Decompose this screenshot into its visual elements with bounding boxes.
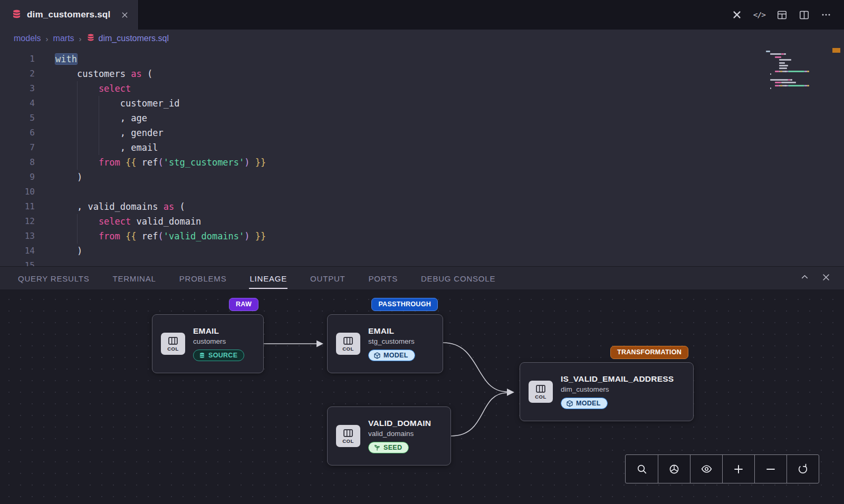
panel-tab-query-results[interactable]: QUERY RESULTS: [17, 268, 90, 289]
code-token: from: [99, 231, 120, 241]
panel-tab-strip: QUERY RESULTS TERMINAL PROBLEMS LINEAGE …: [0, 266, 844, 289]
indent-guide: [77, 96, 99, 111]
node-title: EMAIL: [193, 326, 244, 336]
more-actions-icon[interactable]: [821, 9, 831, 20]
breadcrumb-item-file[interactable]: dim_customers.sql: [87, 33, 169, 44]
badge-label: MODEL: [383, 352, 408, 359]
minimap-line: [766, 76, 823, 78]
lineage-node-customers-email[interactable]: RAW COL EMAIL customers SOURCE: [152, 314, 264, 373]
indent-guide: [55, 111, 77, 125]
line-content: ): [55, 170, 82, 185]
zoom-out-button[interactable]: [754, 455, 787, 483]
minimap-token: [775, 56, 782, 58]
node-subtitle: customers: [193, 337, 244, 345]
database-icon: [199, 352, 205, 358]
editor-tab[interactable]: dim_customers.sql: [0, 0, 139, 30]
code-token: }}: [255, 157, 266, 168]
code-token: select: [99, 216, 131, 227]
code-line: 1with: [0, 52, 844, 66]
minimap-token: [784, 85, 787, 86]
indent-guide: [55, 214, 77, 229]
chevron-up-icon[interactable]: [800, 273, 809, 284]
column-icon: COL: [529, 381, 553, 403]
code-token: [250, 231, 255, 241]
badge-model: MODEL: [368, 350, 415, 361]
panel-tab-problems[interactable]: PROBLEMS: [179, 268, 227, 289]
code-token: [137, 157, 142, 168]
code-token: 'valid_domains': [164, 231, 245, 241]
code-token: (: [174, 201, 185, 212]
lineage-node-stg-customers-email[interactable]: PASSTHROUGH COL EMAIL stg_customers MODE…: [327, 314, 443, 373]
line-content: , age: [55, 111, 147, 125]
breadcrumb-separator: ›: [46, 34, 49, 43]
indent-guide: [99, 111, 120, 125]
line-number: 5: [0, 111, 35, 125]
refresh-button[interactable]: [787, 455, 819, 483]
line-number: 2: [0, 66, 35, 81]
extension-x-icon[interactable]: [732, 9, 742, 20]
code-token: }}: [255, 231, 266, 241]
column-icon-label: COL: [167, 346, 179, 352]
indent-guide: [77, 214, 99, 229]
minimap-line: [766, 85, 823, 86]
lineage-canvas[interactable]: RAW COL EMAIL customers SOURCE PASSTHROU…: [0, 289, 844, 504]
eye-button[interactable]: [690, 455, 722, 483]
tab-close-icon[interactable]: [121, 11, 129, 19]
lineage-node-dim-customers[interactable]: TRANSFORMATION COL IS_VALID_EMAIL_ADDRES…: [520, 362, 694, 421]
code-line: 14): [0, 244, 844, 258]
line-number: 1: [0, 52, 35, 66]
code-token: (: [158, 231, 164, 241]
minimap-token: [788, 85, 805, 86]
line-content: customers as (: [55, 66, 152, 81]
lineage-node-valid-domains[interactable]: COL VALID_DOMAIN valid_domains SEED: [327, 406, 451, 466]
code-token: from: [99, 157, 120, 168]
zoom-in-button[interactable]: [722, 455, 754, 483]
code-token: [250, 157, 255, 168]
code-icon[interactable]: </>: [753, 11, 765, 19]
editor[interactable]: 1with2customers as (3select4customer_id5…: [0, 47, 844, 266]
panel-tab-terminal[interactable]: TERMINAL: [112, 268, 156, 289]
column-icon-label: COL: [535, 394, 546, 400]
line-number: 9: [0, 170, 35, 185]
code-token: with: [55, 54, 77, 64]
minimap-token: [775, 85, 779, 86]
column-icon: COL: [161, 333, 185, 355]
code-token: {{: [126, 157, 136, 168]
indent-guide: [55, 170, 77, 185]
line-number: 15: [0, 258, 35, 266]
panel-tab-ports[interactable]: PORTS: [368, 268, 398, 289]
panel-tab-lineage[interactable]: LINEAGE: [249, 268, 287, 289]
breadcrumb-item-marts[interactable]: marts: [53, 34, 74, 43]
minimap-token: [770, 88, 771, 89]
tab-title: dim_customers.sql: [27, 9, 110, 20]
panel-tab-debug-console[interactable]: DEBUG CONSOLE: [420, 268, 496, 289]
minimap-line: [766, 59, 823, 61]
minimap-line: [766, 53, 823, 55]
panel-close-icon[interactable]: [822, 273, 830, 284]
line-content: ): [55, 244, 82, 258]
code-token: {{: [126, 231, 136, 241]
panel-tab-output[interactable]: OUTPUT: [310, 268, 346, 289]
line-content: , email: [55, 140, 158, 155]
minimap[interactable]: [766, 51, 823, 93]
minimap-token: [779, 65, 788, 66]
minimap-line: [766, 56, 823, 58]
search-button[interactable]: [626, 455, 658, 483]
minimap-token: [770, 79, 788, 81]
code-token: customers: [77, 69, 131, 79]
breadcrumb-item-models[interactable]: models: [14, 34, 41, 43]
indent-guide: [55, 96, 77, 111]
minimap-token: [775, 71, 779, 72]
indent-guide: [77, 155, 99, 170]
minimap-token: [779, 62, 785, 64]
layout-panel-icon[interactable]: [776, 9, 788, 21]
database-file-icon: [87, 33, 95, 44]
badge-label: MODEL: [576, 400, 601, 407]
split-editor-icon[interactable]: [799, 9, 810, 21]
lineage-toolbar: [625, 454, 819, 483]
minimap-line: [766, 79, 823, 81]
code-area[interactable]: 1with2customers as (3select4customer_id5…: [0, 47, 844, 266]
indent-guide: [55, 155, 77, 170]
aperture-button[interactable]: [658, 455, 690, 483]
indent-guide: [55, 140, 77, 155]
